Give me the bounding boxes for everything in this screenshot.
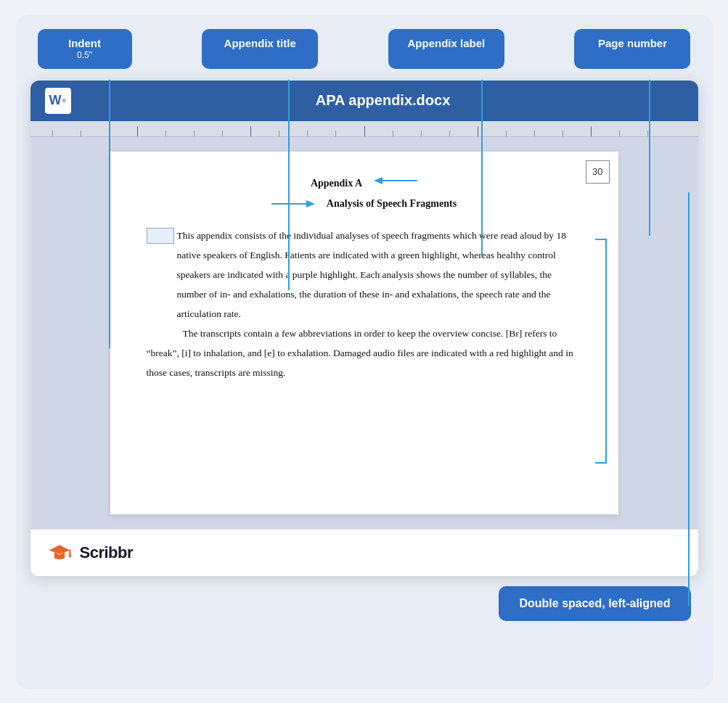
svg-point-7 bbox=[68, 554, 71, 557]
paper: 30 Appendix A bbox=[110, 152, 618, 514]
document-area: 30 Appendix A bbox=[30, 137, 698, 529]
right-bracket-connector bbox=[688, 192, 690, 606]
second-paragraph: The transcripts contain a few abbreviati… bbox=[147, 324, 582, 382]
appendix-title-label: Appendix title bbox=[202, 29, 318, 69]
double-spaced-label: Double spaced, left-aligned bbox=[499, 586, 690, 622]
svg-marker-3 bbox=[306, 200, 315, 207]
indent-indicator bbox=[147, 228, 174, 244]
first-paragraph-block: This appendix consists of the individual… bbox=[147, 226, 582, 324]
page-number-label: Page number bbox=[574, 29, 690, 69]
word-icon: W ≡ bbox=[45, 88, 71, 114]
page-number-connector-line bbox=[649, 80, 650, 236]
word-frame: W ≡ APA appendix.docx bbox=[30, 81, 698, 576]
scribbr-name: Scribbr bbox=[80, 543, 134, 562]
bottom-label-area: Double spaced, left-aligned bbox=[30, 586, 698, 622]
indent-label: Indent 0.5" bbox=[38, 29, 132, 69]
appendix-label-arrow bbox=[374, 173, 417, 193]
appendix-label-label: Appendix label bbox=[388, 29, 504, 69]
appendix-title-text: Analysis of Speech Fragments bbox=[327, 194, 457, 214]
word-filename: APA appendix.docx bbox=[83, 92, 684, 109]
right-bracket bbox=[595, 239, 607, 464]
appendix-label-text: Appendix A bbox=[311, 173, 362, 194]
svg-marker-1 bbox=[374, 177, 383, 184]
page-number-badge: 30 bbox=[586, 160, 609, 184]
ruler bbox=[30, 121, 698, 137]
indent-connector-line bbox=[109, 80, 110, 348]
word-titlebar: W ≡ APA appendix.docx bbox=[30, 81, 698, 121]
outer-container: Indent 0.5" Appendix title Appendix labe… bbox=[16, 15, 713, 689]
appendix-label-row: Appendix A bbox=[147, 173, 582, 194]
appendix-title-connector-line bbox=[288, 80, 290, 290]
appendix-title-row: Analysis of Speech Fragments bbox=[147, 194, 582, 220]
appendix-label-connector-line bbox=[481, 80, 483, 258]
scribbr-area: Scribbr bbox=[30, 529, 698, 576]
scribbr-icon bbox=[46, 540, 73, 566]
appendix-title-arrow bbox=[271, 197, 315, 216]
top-labels: Indent 0.5" Appendix title Appendix labe… bbox=[30, 29, 698, 69]
first-paragraph: This appendix consists of the individual… bbox=[177, 226, 582, 324]
